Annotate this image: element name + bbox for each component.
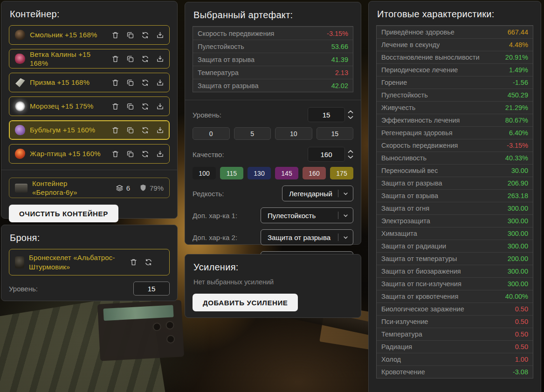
quality-preset-button[interactable]: 115: [220, 167, 243, 179]
stat-value: 4.48%: [509, 41, 528, 48]
extra-stat-dropdown[interactable]: Защита от разрыва: [261, 229, 353, 245]
stat-row: Регенерация здоровья 6.40%: [377, 126, 533, 139]
armor-panel: Броня: Бронескелет «Альбатрос-Штурмовик»…: [1, 225, 178, 301]
stat-value: 263.18: [508, 192, 528, 199]
refresh-icon[interactable]: [141, 55, 150, 63]
save-icon[interactable]: [156, 31, 165, 40]
copy-icon[interactable]: [126, 31, 135, 40]
trash-icon[interactable]: [111, 31, 120, 40]
artifact-stat-table: Скорость передвижения -3.15% Пулестойкос…: [193, 26, 353, 92]
stat-label: Защита от кровотечения: [381, 293, 458, 300]
refresh-icon[interactable]: [141, 102, 150, 111]
armor-panel-title: Броня:: [10, 233, 169, 243]
boosts-panel: Усиления: Нет выбранных усилений ДОБАВИТ…: [185, 254, 361, 318]
stat-row: Защита от взрыва 263.18: [377, 189, 533, 202]
armor-item[interactable]: Бронескелет «Альбатрос-Штурмовик»: [9, 249, 170, 275]
extra-stat-dropdown[interactable]: Пулестойкость: [261, 207, 353, 223]
trash-icon[interactable]: [111, 102, 120, 111]
artifact-item[interactable]: Ветка Калины +15 168%: [9, 49, 170, 69]
chevron-down-icon[interactable]: [348, 116, 353, 119]
quality-preset-button[interactable]: 175: [330, 167, 353, 179]
copy-icon[interactable]: [126, 102, 135, 111]
trash-icon[interactable]: [111, 126, 120, 135]
quality-preset-row: 100115130145160175: [193, 167, 353, 179]
stat-label: Восстановление выносливости: [381, 54, 480, 61]
extra-stat-label: Доп. хар-ка 1:: [193, 212, 237, 220]
boosts-empty-text: Нет выбранных усилений: [193, 278, 352, 286]
stat-value: 300.00: [508, 242, 528, 250]
copy-icon[interactable]: [126, 126, 135, 135]
quality-input[interactable]: 160: [308, 147, 345, 162]
stat-row: Горение -1.56: [377, 76, 533, 89]
level-input[interactable]: 15: [308, 107, 345, 122]
quality-preset-button[interactable]: 130: [248, 167, 271, 179]
chevron-down-icon: [342, 190, 349, 197]
level-preset-button[interactable]: 5: [234, 127, 271, 140]
stat-row: Эффективность лечения 80.67%: [377, 114, 533, 126]
stat-value: 0.50: [515, 318, 528, 325]
level-label: Уровень:: [193, 111, 221, 119]
stat-value: 0.50: [515, 330, 528, 338]
save-icon[interactable]: [156, 102, 165, 111]
stat-row: Живучесть 21.29%: [377, 101, 533, 114]
artifact-item[interactable]: Морозец +15 175%: [9, 96, 170, 116]
artifact-item[interactable]: Смольник +15 168%: [9, 25, 170, 45]
stat-value: 300.00: [508, 230, 528, 237]
copy-icon[interactable]: [126, 150, 135, 158]
stat-row: Скорость передвижения -3.15%: [193, 27, 353, 40]
artifact-name: Бубльгум +15 160%: [30, 125, 106, 135]
level-preset-row: 051015: [193, 127, 353, 140]
stat-row: Пулестойкость 53.66: [193, 40, 353, 53]
add-boost-button[interactable]: ДОБАВИТЬ УСИЛЕНИЕ: [193, 294, 298, 311]
trash-icon[interactable]: [111, 78, 120, 87]
stat-row: Пулестойкость 450.29: [377, 89, 533, 101]
armor-name: Бронескелет «Альбатрос-Штурмовик»: [29, 253, 124, 271]
refresh-icon[interactable]: [141, 150, 150, 158]
refresh-icon[interactable]: [141, 126, 150, 135]
save-icon[interactable]: [156, 126, 165, 135]
artifact-icon: [15, 125, 25, 135]
quality-preset-button[interactable]: 160: [303, 167, 326, 179]
stat-label: Скорость передвижения: [198, 30, 274, 37]
trash-icon[interactable]: [111, 150, 120, 158]
trash-icon[interactable]: [111, 55, 120, 63]
stat-row: Защита от радиации 300.00: [377, 240, 533, 252]
container-meta: 6 79%: [115, 184, 164, 193]
chevron-up-icon[interactable]: [348, 110, 353, 114]
rarity-dropdown[interactable]: Легендарный: [282, 186, 353, 201]
container-name: Контейнер «Берлога-6у»: [32, 179, 110, 197]
chevron-up-icon[interactable]: [348, 150, 353, 153]
stat-row: Защита от температуры 200.00: [377, 252, 533, 265]
copy-icon[interactable]: [126, 78, 135, 87]
stat-label: Защита от температуры: [381, 255, 457, 262]
save-icon[interactable]: [156, 78, 165, 87]
quality-preset-button[interactable]: 145: [275, 167, 298, 179]
stat-value: 1.00: [515, 356, 528, 363]
stat-row: Защита от разрыва 206.90: [377, 177, 533, 189]
artifact-item[interactable]: Призма +15 168%: [9, 73, 170, 92]
level-preset-button[interactable]: 0: [193, 127, 230, 140]
container-item[interactable]: Контейнер «Берлога-6у» 6 79%: [9, 178, 170, 198]
trash-icon[interactable]: [129, 258, 138, 267]
divider: [338, 190, 338, 197]
refresh-icon[interactable]: [141, 78, 150, 87]
artifact-item[interactable]: Бубльгум +15 160%: [9, 120, 170, 140]
copy-icon[interactable]: [126, 55, 135, 63]
artifact-item[interactable]: Жар-птица +15 160%: [9, 144, 170, 164]
save-icon[interactable]: [156, 55, 165, 63]
chevron-down-icon[interactable]: [348, 155, 353, 159]
level-control-row: Уровень: 15: [193, 107, 353, 123]
armor-level-input[interactable]: 15: [133, 282, 170, 296]
refresh-icon[interactable]: [141, 31, 150, 40]
level-preset-button[interactable]: 15: [317, 127, 354, 140]
extra-stat-label: Доп. хар-ка 2:: [193, 234, 237, 241]
stat-row: Переносимый вес 30.00: [377, 164, 533, 177]
extra-stat-value: Пулестойкость: [268, 212, 334, 220]
quality-preset-button[interactable]: 100: [193, 167, 216, 179]
clear-container-button[interactable]: ОЧИСТИТЬ КОНТЕЙНЕР: [9, 205, 118, 222]
stat-label: Переносимый вес: [381, 167, 438, 174]
level-preset-button[interactable]: 10: [275, 127, 312, 140]
stat-label: Скорость передвижения: [381, 142, 458, 149]
refresh-icon[interactable]: [144, 258, 153, 267]
save-icon[interactable]: [156, 150, 165, 158]
